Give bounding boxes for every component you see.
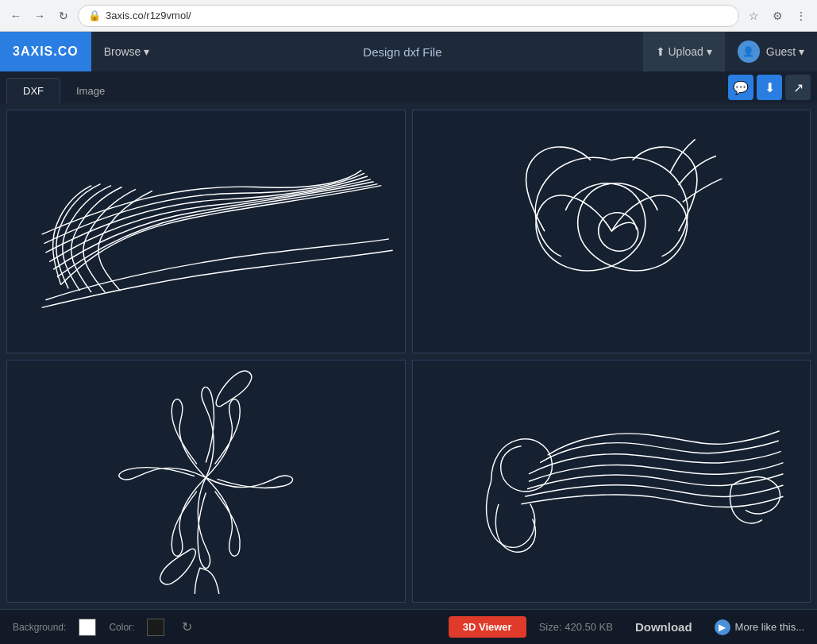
color-label: Color: bbox=[109, 622, 134, 633]
reload-button[interactable]: ↻ bbox=[54, 6, 73, 25]
tab-dxf[interactable]: DXF bbox=[6, 78, 60, 103]
forward-button[interactable]: → bbox=[30, 6, 49, 25]
main-content bbox=[0, 103, 817, 609]
avatar: 👤 bbox=[738, 40, 760, 63]
design-frame-bottom-left bbox=[6, 360, 406, 604]
refresh-button[interactable]: ↻ bbox=[177, 618, 196, 637]
download-tab-button[interactable]: ⬇ bbox=[757, 75, 782, 100]
background-label: Background: bbox=[13, 622, 66, 633]
more-like-button[interactable]: ▶ More like this... bbox=[715, 619, 804, 635]
back-button[interactable]: ← bbox=[6, 6, 25, 25]
browse-button[interactable]: Browse ▾ bbox=[91, 32, 163, 71]
bg-color-swatch[interactable] bbox=[79, 619, 96, 636]
tab-image[interactable]: Image bbox=[60, 79, 121, 103]
fg-color-swatch[interactable] bbox=[147, 619, 164, 636]
design-svg-4 bbox=[421, 368, 803, 595]
more-like-label: More like this... bbox=[735, 621, 804, 633]
tab-bar: DXF Image 💬 ⬇ ↗ bbox=[0, 71, 817, 103]
svg-rect-2 bbox=[86, 368, 326, 595]
upload-button[interactable]: ⬆ Upload ▾ bbox=[643, 32, 725, 71]
browser-chrome: ← → ↻ 🔒 3axis.co/r1z9vmol/ ☆ ⚙ ⋮ bbox=[0, 0, 817, 32]
more-like-icon: ▶ bbox=[715, 619, 730, 635]
design-frame-top-left bbox=[6, 110, 406, 353]
download-button[interactable]: Download bbox=[626, 615, 702, 638]
design-svg-3 bbox=[15, 368, 397, 595]
menu-button[interactable]: ⋮ bbox=[792, 6, 811, 25]
tab-actions: 💬 ⬇ ↗ bbox=[728, 75, 811, 103]
address-bar: 🔒 3axis.co/r1z9vmol/ bbox=[78, 5, 739, 27]
star-button[interactable]: ☆ bbox=[744, 6, 763, 25]
bottom-bar: Background: Color: ↻ 3D Viewer Size: 420… bbox=[0, 609, 817, 644]
design-frame-top-right bbox=[412, 110, 811, 353]
viewer-3d-button[interactable]: 3D Viewer bbox=[449, 616, 526, 638]
share-button[interactable]: ↗ bbox=[785, 75, 811, 100]
top-nav: 3AXIS.CO Browse ▾ Design dxf File ⬆ Uplo… bbox=[0, 32, 817, 71]
guest-menu[interactable]: 👤 Guest ▾ bbox=[725, 32, 817, 71]
design-frame-bottom-right bbox=[412, 360, 811, 604]
design-svg-2 bbox=[421, 118, 803, 345]
file-size: Size: 420.50 KB bbox=[539, 621, 613, 633]
url-text: 3axis.co/r1z9vmol/ bbox=[106, 10, 729, 21]
guest-label: Guest ▾ bbox=[766, 45, 804, 58]
page-title: Design dxf File bbox=[162, 45, 642, 59]
extensions-button[interactable]: ⚙ bbox=[768, 6, 787, 25]
site-logo[interactable]: 3AXIS.CO bbox=[0, 32, 91, 71]
design-svg-1 bbox=[15, 118, 397, 345]
comment-button[interactable]: 💬 bbox=[728, 75, 753, 100]
